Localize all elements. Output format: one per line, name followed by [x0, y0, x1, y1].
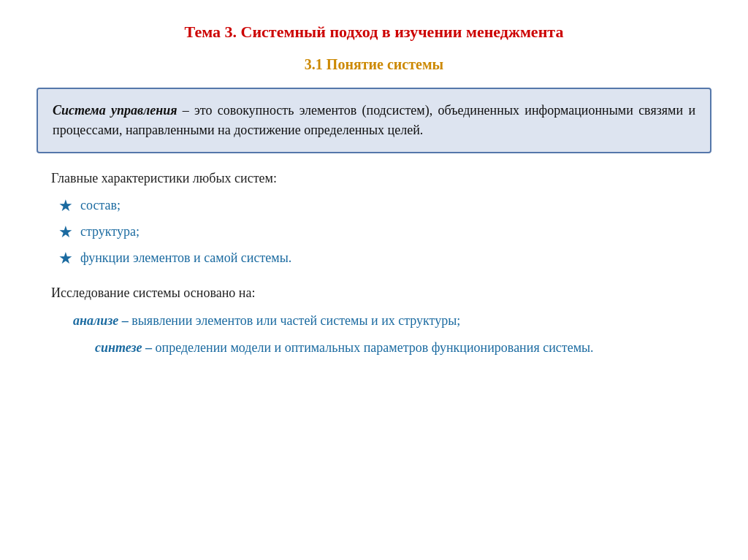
list-item: ★ функции элементов и самой системы.: [58, 249, 697, 268]
analysis-text: выявлении элементов или частей системы и…: [131, 313, 460, 328]
star-icon: ★: [58, 223, 73, 242]
list-item: ★ структура;: [58, 223, 697, 242]
char-text: состав;: [80, 198, 121, 213]
analysis-dash: –: [118, 313, 131, 328]
synthesis-dash: –: [142, 340, 156, 355]
definition-term: Система управления: [53, 103, 178, 118]
char-text: структура;: [80, 224, 140, 239]
research-item-synthesis: синтезе – определении модели и оптимальн…: [73, 338, 697, 358]
definition-dash: –: [178, 103, 195, 118]
synthesis-text: определении модели и оптимальных парамет…: [156, 340, 594, 355]
synthesis-term: синтезе: [95, 340, 142, 355]
char-text: функции элементов и самой системы.: [80, 250, 291, 266]
main-title: Тема 3. Системный подход в изучении мене…: [37, 22, 711, 43]
list-item: ★ состав;: [58, 196, 697, 215]
star-icon: ★: [58, 196, 73, 215]
definition-box: Система управления – это совокупность эл…: [37, 88, 711, 153]
research-item-analysis: анализе – выявлении элементов или частей…: [73, 311, 697, 331]
research-items: анализе – выявлении элементов или частей…: [51, 311, 697, 358]
analysis-term: анализе: [73, 313, 118, 328]
star-icon: ★: [58, 249, 73, 268]
section-title: 3.1 Понятие системы: [37, 56, 711, 73]
characteristics-list: ★ состав; ★ структура; ★ функции элемент…: [51, 196, 697, 268]
section-body: Главные характеристики любых систем: ★ с…: [37, 171, 711, 358]
research-label: Исследование системы основано на:: [51, 285, 697, 301]
characteristics-label: Главные характеристики любых систем:: [51, 171, 697, 186]
